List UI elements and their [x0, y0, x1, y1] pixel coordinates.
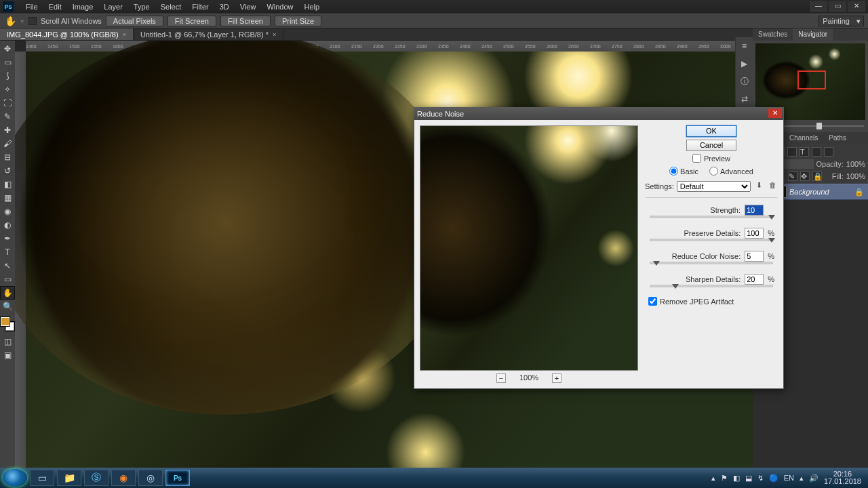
start-button[interactable] [3, 469, 27, 487]
tab-navigator[interactable]: Navigator [793, 28, 833, 41]
tray-up-icon[interactable]: ▴ [800, 474, 804, 483]
cancel-button[interactable]: Cancel [686, 140, 736, 151]
colornoise-input[interactable] [745, 251, 764, 262]
history-icon[interactable]: ≡ [738, 40, 751, 52]
workspace-select[interactable]: Painting [818, 16, 864, 26]
menu-type[interactable]: Type [128, 1, 155, 12]
actual-pixels-button[interactable]: Actual Pixels [106, 16, 163, 26]
minimize-button[interactable]: — [810, 1, 827, 12]
opacity-value[interactable]: 100% [846, 160, 865, 168]
language-indicator[interactable]: EN [784, 474, 794, 482]
tray-icon[interactable]: ⬓ [745, 474, 752, 483]
sharpen-slider[interactable] [650, 285, 773, 287]
quickmask-icon[interactable]: ◫ [0, 335, 15, 348]
stamp-tool[interactable]: ⊟ [0, 150, 15, 164]
tab-paths[interactable]: Paths [823, 132, 852, 144]
volume-icon[interactable]: 🔊 [809, 474, 818, 483]
tray-icon[interactable]: 🔵 [769, 474, 778, 483]
preserve-slider[interactable] [650, 239, 773, 241]
close-button[interactable]: ✕ [848, 1, 865, 12]
lock-pos-icon[interactable]: ✥ [800, 171, 810, 181]
dialog-close-button[interactable]: ✕ [768, 108, 782, 118]
heal-tool[interactable]: ✚ [0, 123, 15, 137]
menu-help[interactable]: Help [299, 1, 326, 12]
fill-screen-button[interactable]: Fill Screen [220, 16, 271, 26]
settings-select[interactable]: Default [677, 181, 751, 192]
hand-tool-icon[interactable]: ✋ [4, 15, 16, 27]
ok-button[interactable]: OK [686, 125, 736, 137]
info-icon[interactable]: ⓘ [738, 75, 751, 87]
tab-swatches[interactable]: Swatches [753, 28, 793, 41]
clock[interactable]: 20:1617.01.2018 [824, 470, 861, 485]
tab-img8044[interactable]: IMG_8044.JPG @ 100% (RGB/8)× [0, 28, 134, 40]
screenmode-icon[interactable]: ▣ [0, 348, 15, 362]
hand-tool[interactable]: ✋ [0, 286, 15, 300]
eyedropper-tool[interactable]: ✎ [0, 110, 15, 123]
marquee-tool[interactable]: ▭ [0, 56, 15, 69]
lock-all-icon[interactable]: 🔒 [812, 171, 822, 181]
photoshop-taskbar-icon[interactable]: Ps [165, 470, 190, 486]
save-preset-icon[interactable]: ⬇ [753, 181, 764, 192]
maximize-button[interactable]: ▭ [829, 1, 846, 12]
close-icon[interactable]: × [123, 31, 126, 38]
tray-icon[interactable]: ↯ [757, 474, 764, 483]
firefox-icon[interactable]: ◉ [111, 470, 136, 486]
eraser-tool[interactable]: ◧ [0, 178, 15, 191]
remove-jpeg-checkbox[interactable]: Remove JPEG Artifact [648, 297, 774, 306]
menu-edit[interactable]: Edit [43, 1, 67, 12]
tab-channels[interactable]: Channels [784, 132, 823, 144]
tray-icon[interactable]: ⚑ [721, 474, 728, 483]
pen-tool[interactable]: ✒ [0, 232, 15, 245]
move-tool[interactable]: ✥ [0, 42, 15, 56]
navigator-viewport[interactable] [797, 70, 826, 89]
dialog-preview[interactable] [420, 125, 638, 371]
properties-icon[interactable]: ⇄ [738, 93, 751, 105]
crop-tool[interactable]: ⛶ [0, 96, 15, 110]
menu-file[interactable]: File [20, 1, 43, 12]
lock-pixel-icon[interactable]: ✎ [788, 171, 797, 181]
zoom-tool[interactable]: 🔍 [0, 300, 15, 313]
menu-filter[interactable]: Filter [186, 1, 214, 12]
tray-up-icon[interactable]: ▴ [711, 474, 715, 483]
zoom-out-button[interactable]: − [496, 373, 506, 383]
dodge-tool[interactable]: ◐ [0, 218, 15, 232]
colornoise-slider[interactable] [650, 262, 773, 264]
fill-value[interactable]: 100% [846, 172, 865, 180]
menu-image[interactable]: Image [67, 1, 99, 12]
zoom-in-button[interactable]: + [552, 373, 561, 383]
basic-radio[interactable]: Basic [669, 167, 698, 176]
menu-window[interactable]: Window [261, 1, 298, 12]
gradient-tool[interactable]: ▦ [0, 191, 15, 205]
explorer-icon[interactable]: 📁 [57, 470, 81, 486]
preserve-input[interactable] [745, 228, 764, 239]
skype-icon[interactable]: Ⓢ [84, 470, 108, 486]
fit-screen-button[interactable]: Fit Screen [167, 16, 216, 26]
menu-select[interactable]: Select [155, 1, 187, 12]
advanced-radio[interactable]: Advanced [709, 167, 753, 176]
type-tool[interactable]: T [0, 245, 15, 259]
scroll-all-checkbox[interactable] [28, 17, 37, 25]
dialog-titlebar[interactable]: Reduce Noise ✕ [414, 108, 783, 120]
menu-layer[interactable]: Layer [98, 1, 128, 12]
menu-3d[interactable]: 3D [214, 1, 235, 12]
menu-view[interactable]: View [235, 1, 262, 12]
filter-shape-icon[interactable] [812, 147, 821, 157]
lasso-tool[interactable]: ⟆ [0, 69, 15, 83]
preview-checkbox[interactable]: Preview [692, 154, 730, 163]
filter-type-icon[interactable]: T [800, 147, 809, 157]
wand-tool[interactable]: ✧ [0, 83, 15, 96]
path-tool[interactable]: ↖ [0, 259, 15, 272]
taskview-icon[interactable]: ▭ [30, 470, 54, 486]
delete-preset-icon[interactable]: 🗑 [767, 181, 778, 192]
chrome-icon[interactable]: ◎ [138, 470, 163, 486]
strength-slider[interactable] [650, 216, 773, 218]
sharpen-input[interactable] [745, 274, 764, 285]
tray-icon[interactable]: ◧ [733, 474, 740, 483]
print-size-button[interactable]: Print Size [275, 16, 321, 26]
filter-smart-icon[interactable] [824, 147, 833, 157]
color-swatch[interactable] [1, 317, 14, 331]
strength-input[interactable] [745, 205, 764, 216]
blur-tool[interactable]: ◉ [0, 205, 15, 218]
brush-tool[interactable]: 🖌 [0, 137, 15, 150]
close-icon[interactable]: × [273, 31, 276, 38]
